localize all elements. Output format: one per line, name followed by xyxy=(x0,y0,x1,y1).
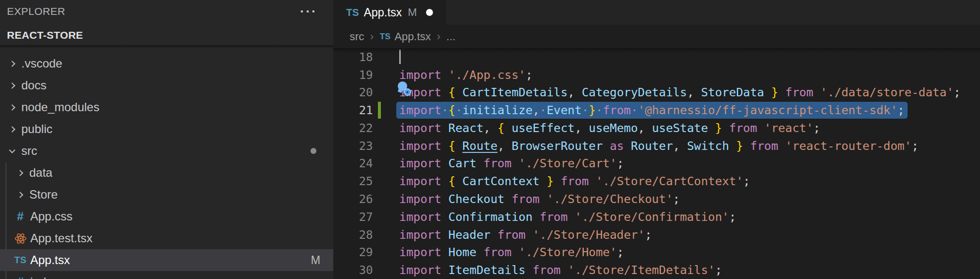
tab-app-tsx[interactable]: TSApp.tsxM xyxy=(333,0,446,25)
code-editor[interactable]: 1819import './App.css';20import { CartIt… xyxy=(333,48,980,279)
code-token: from xyxy=(540,210,568,224)
tree-item-label: App.css xyxy=(30,209,72,223)
breadcrumb-item[interactable]: src xyxy=(350,30,364,43)
whitespace-dot: · xyxy=(596,103,603,117)
code-text: import Checkout from './Store/Checkout'; xyxy=(399,192,680,206)
tree-item-app-test-tsx[interactable]: App.test.tsx xyxy=(0,227,333,249)
whitespace-dot: · xyxy=(631,103,638,117)
code-token: import xyxy=(399,228,441,242)
code-token: ; xyxy=(617,245,624,259)
line-number[interactable]: 26 xyxy=(333,192,373,206)
tree-item-src[interactable]: src xyxy=(0,140,333,162)
code-token: Header xyxy=(448,228,490,242)
chevron-right-icon[interactable] xyxy=(9,104,15,111)
code-token: , xyxy=(638,121,652,135)
line-number[interactable]: 19 xyxy=(333,68,373,82)
code-token: · xyxy=(582,103,589,117)
code-line-28[interactable]: 28import Header from './Store/Header'; xyxy=(333,226,980,244)
code-token xyxy=(729,139,736,153)
code-token: ; xyxy=(898,103,905,117)
code-line-30[interactable]: 30import ItemDetails from './Store/ItemD… xyxy=(333,261,980,279)
breadcrumb-separator-icon: › xyxy=(437,30,440,43)
breadcrumb-item[interactable]: App.tsx xyxy=(394,30,430,43)
code-token: import xyxy=(399,174,441,188)
breadcrumb-item[interactable]: ... xyxy=(446,30,455,43)
code-token: Cart xyxy=(448,156,477,170)
code-token: } xyxy=(715,121,722,135)
line-number[interactable]: 28 xyxy=(333,228,373,242)
code-line-18[interactable]: 18 xyxy=(333,48,980,66)
code-line-26[interactable]: 26import Checkout from './Store/Checkout… xyxy=(333,190,980,208)
code-token: from xyxy=(603,103,631,117)
code-text: import ItemDetails from './Store/ItemDet… xyxy=(399,263,722,277)
line-number[interactable]: 29 xyxy=(333,245,373,259)
tree-item--vscode[interactable]: .vscode xyxy=(0,53,333,74)
line-number[interactable]: 22 xyxy=(333,121,373,135)
code-line-25[interactable]: 25import { CartContext } from './Store/C… xyxy=(333,172,980,190)
code-line-29[interactable]: 29import Home from './Store/Home'; xyxy=(333,243,980,261)
whitespace-dot: · xyxy=(582,103,589,117)
tree-item-index-css[interactable]: #index.css xyxy=(0,271,333,279)
chevron-right-icon[interactable] xyxy=(9,61,15,67)
line-number[interactable]: 18 xyxy=(333,50,373,64)
line-number[interactable]: 30 xyxy=(333,263,373,277)
explorer-title: EXPLORER xyxy=(7,5,65,17)
code-text: import React, { useEffect, useMemo, useS… xyxy=(399,121,820,135)
tree-item-node-modules[interactable]: node_modules xyxy=(0,96,333,118)
line-number[interactable]: 27 xyxy=(333,210,373,224)
code-line-24[interactable]: 24import Cart from './Store/Cart'; xyxy=(333,155,980,173)
tree-item-public[interactable]: public xyxy=(0,118,333,140)
code-line-27[interactable]: 27import Confirmation from './Store/Conf… xyxy=(333,208,980,226)
dirty-indicator-icon[interactable] xyxy=(426,9,433,16)
tree-item-label: public xyxy=(21,122,53,136)
typescript-file-icon: TS xyxy=(14,255,27,266)
text-cursor xyxy=(399,50,401,64)
chevron-right-icon[interactable] xyxy=(9,82,15,89)
tree-item-label: src xyxy=(21,144,37,158)
line-number[interactable]: 23 xyxy=(333,139,373,153)
line-number[interactable]: 21 xyxy=(333,103,373,117)
code-token: ; xyxy=(743,174,750,188)
project-section-header[interactable]: REACT-STORE xyxy=(0,23,333,47)
chevron-right-icon[interactable] xyxy=(9,126,15,133)
chevron-right-icon[interactable] xyxy=(17,192,23,198)
code-token: as xyxy=(610,139,624,153)
code-token: '@harnessio/ff-javascript-client-sdk' xyxy=(638,103,897,117)
gutter-modified-bar xyxy=(378,102,381,119)
code-token: { xyxy=(448,139,455,153)
code-token: ; xyxy=(912,139,919,153)
code-token: ItemDetails xyxy=(448,263,526,277)
code-token: Route xyxy=(462,139,497,153)
tree-item-label: .vscode xyxy=(21,57,62,70)
code-token xyxy=(526,263,533,277)
collaborator-cursor-icon[interactable]: ★ xyxy=(398,81,531,123)
code-token: useState xyxy=(652,121,708,135)
code-token xyxy=(441,68,448,82)
tree-item-data[interactable]: data xyxy=(0,162,333,184)
code-line-20[interactable]: 20import { CartItemDetails, CategoryDeta… xyxy=(333,84,980,102)
code-token: import xyxy=(399,192,441,206)
tree-item-store[interactable]: Store xyxy=(0,184,333,206)
line-number[interactable]: 25 xyxy=(333,174,373,188)
code-line-23[interactable]: 23import { Route, BrowserRouter as Route… xyxy=(333,137,980,155)
code-token: from xyxy=(785,85,813,99)
tree-item-docs[interactable]: docs xyxy=(0,74,333,96)
chevron-right-icon[interactable] xyxy=(17,170,23,176)
tree-item-app-css[interactable]: #App.css xyxy=(0,206,333,227)
breadcrumb-separator-icon: › xyxy=(370,30,373,43)
tree-item-label: App.tsx xyxy=(30,253,70,267)
code-text: import './App.css'; xyxy=(399,68,533,82)
tree-item-app-tsx[interactable]: TSApp.tsxM xyxy=(0,249,333,271)
code-token xyxy=(511,156,518,170)
code-token: { xyxy=(497,121,504,135)
code-token: 'react-router-dom' xyxy=(785,139,912,153)
section-scroll-shadow xyxy=(0,45,333,49)
more-actions-icon[interactable]: ··· xyxy=(300,9,317,14)
chevron-down-icon[interactable] xyxy=(9,147,15,153)
code-token: } xyxy=(771,85,778,99)
line-number[interactable]: 24 xyxy=(333,156,373,170)
code-token: ; xyxy=(954,85,961,99)
line-number[interactable]: 20 xyxy=(333,85,373,99)
code-text: import Home from './Store/Home'; xyxy=(399,245,624,259)
code-token xyxy=(589,174,596,188)
